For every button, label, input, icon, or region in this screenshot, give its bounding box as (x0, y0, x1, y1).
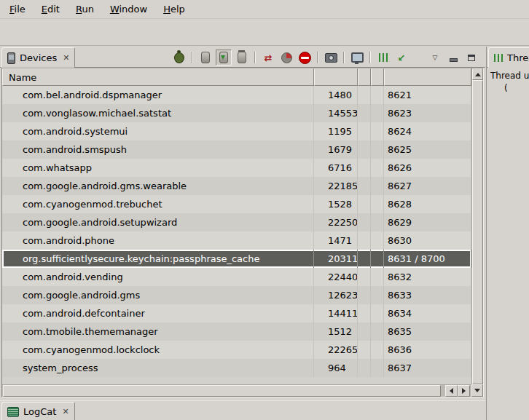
vertical-scrollbar-thumb[interactable] (472, 80, 483, 384)
process-port: 8628 (388, 199, 412, 210)
screen-record-button[interactable] (349, 49, 365, 66)
process-port: 8623 (388, 108, 412, 119)
process-name: com.tmobile.thememanager (23, 326, 158, 337)
process-cell-4 (371, 159, 384, 177)
process-pid: 1480 (328, 90, 352, 100)
table-row[interactable]: com.android.systemui 1195 8624 (2, 122, 471, 140)
column-header-4[interactable] (371, 68, 384, 86)
process-cell-3 (358, 159, 371, 177)
menu-run[interactable]: Run (68, 1, 102, 17)
column-header-pid[interactable] (314, 68, 358, 86)
table-row[interactable]: com.android.phone 1471 8630 (2, 231, 471, 250)
tab-threads-label: Threads (507, 52, 529, 63)
process-pid: 1528 (328, 199, 352, 210)
process-cell-3 (358, 122, 371, 140)
scroll-up-button[interactable] (472, 68, 483, 80)
process-cell-4 (371, 122, 384, 140)
process-pid-cell: 14411 (314, 304, 358, 322)
table-row[interactable]: com.android.vending 22440 8632 (2, 268, 471, 286)
table-row[interactable]: com.vonglasow.michael.satstat 14553 8623 (2, 104, 471, 122)
thread-updates-icon (379, 53, 388, 62)
process-port-cell: 8621 (384, 86, 471, 104)
menu-file[interactable]: File (1, 1, 34, 17)
update-threads-button[interactable]: ⇄ (260, 49, 276, 66)
table-row[interactable]: org.sufficientlysecure.keychain:passphra… (2, 250, 471, 268)
column-header-port[interactable] (384, 68, 471, 86)
process-port: 8634 (388, 308, 412, 319)
logcat-tabbar: LogCat ✕ (0, 400, 485, 420)
process-pid-cell: 1195 (314, 122, 358, 140)
process-table: Name com.bel.android.dspmanager 1480 862… (1, 68, 484, 397)
process-pid: 20311 (328, 253, 358, 264)
menu-edit[interactable]: Edit (34, 1, 68, 17)
table-row[interactable]: com.android.defcontainer 14411 8634 (2, 304, 471, 322)
toolbar-separator (369, 52, 371, 63)
process-cell-4 (371, 359, 384, 377)
process-port: 8626 (388, 162, 412, 173)
logcat-icon (7, 407, 19, 417)
table-header: Name (2, 68, 471, 86)
scroll-left-button[interactable] (445, 385, 458, 397)
process-cell-3 (358, 104, 371, 122)
process-name-cell: com.bel.android.dspmanager (2, 86, 314, 104)
screen-capture-button[interactable] (323, 49, 339, 66)
thread-updates-button[interactable] (375, 49, 391, 66)
table-row[interactable]: com.google.android.gms 12623 8633 (2, 286, 471, 304)
tab-devices-close-icon[interactable]: ✕ (63, 53, 69, 63)
column-header-name-label: Name (9, 72, 36, 83)
threads-icon (494, 54, 503, 62)
horizontal-scrollbar[interactable] (2, 384, 471, 397)
heap-updates-button[interactable]: ↙ (393, 49, 410, 66)
process-cell-4 (371, 231, 384, 250)
dump-hprof-button[interactable] (216, 49, 232, 66)
process-port-cell: 8624 (384, 122, 471, 140)
cause-gc-icon (238, 52, 246, 63)
update-heap-button[interactable] (197, 49, 213, 66)
devices-tabbar: Devices ✕ ⇄ ↙ ▽ (0, 47, 485, 68)
horizontal-scrollbar-thumb[interactable] (3, 385, 441, 397)
stop-process-button[interactable] (297, 49, 313, 66)
menu-help[interactable]: Help (155, 1, 193, 17)
tab-threads[interactable]: Threads (488, 47, 529, 68)
process-port: 8625 (388, 144, 412, 155)
process-pid-cell: 22265 (314, 341, 358, 359)
table-row[interactable]: com.cyanogenmod.trebuchet 1528 8628 (2, 195, 471, 213)
column-header-3[interactable] (358, 68, 371, 86)
toolbar-separator (317, 52, 318, 63)
view-menu-button[interactable]: ▽ (427, 49, 443, 66)
table-row[interactable]: com.android.smspush 1679 8625 (2, 140, 471, 159)
process-pid-cell: 964 (314, 359, 358, 377)
process-port-cell: 8635 (384, 322, 471, 341)
process-cell-4 (371, 213, 384, 231)
table-row[interactable]: com.bel.android.dspmanager 1480 8621 (2, 86, 471, 104)
table-row[interactable]: com.google.android.gms.wearable 22185 86… (2, 177, 471, 195)
tab-devices[interactable]: Devices ✕ (1, 47, 75, 68)
process-pid: 1471 (328, 235, 352, 246)
process-name: com.google.android.setupwizard (23, 217, 177, 228)
up-arrow-icon (475, 73, 481, 76)
table-row[interactable]: com.google.android.setupwizard 22250 862… (2, 213, 471, 231)
table-row[interactable]: com.cyanogenmod.lockclock 22265 8636 (2, 341, 471, 359)
tab-logcat[interactable]: LogCat ✕ (1, 402, 75, 420)
table-row[interactable]: system_process 964 8637 (2, 359, 471, 377)
scroll-right-button[interactable] (458, 385, 470, 397)
cause-gc-button[interactable] (234, 49, 250, 66)
process-cell-4 (371, 268, 384, 286)
process-pid-cell: 1528 (314, 195, 358, 213)
process-port-cell: 8623 (384, 104, 471, 122)
process-name: com.google.android.gms.wearable (23, 181, 187, 191)
minimize-button[interactable] (445, 49, 461, 66)
debug-process-button[interactable] (171, 49, 187, 66)
maximize-button[interactable] (463, 49, 479, 66)
vertical-scrollbar[interactable] (471, 68, 483, 384)
process-port-cell: 8630 (384, 231, 471, 250)
process-name: com.android.systemui (23, 126, 128, 137)
column-header-name[interactable]: Name (2, 68, 314, 86)
tab-logcat-close-icon[interactable]: ✕ (62, 407, 68, 416)
menu-window[interactable]: Window (102, 1, 155, 17)
toolbar-separator (192, 52, 193, 63)
start-method-profiling-button[interactable] (278, 49, 294, 66)
table-row[interactable]: com.whatsapp 6716 8626 (2, 159, 471, 177)
table-row[interactable]: com.tmobile.thememanager 1512 8635 (2, 322, 471, 341)
scroll-down-button[interactable] (471, 384, 483, 397)
